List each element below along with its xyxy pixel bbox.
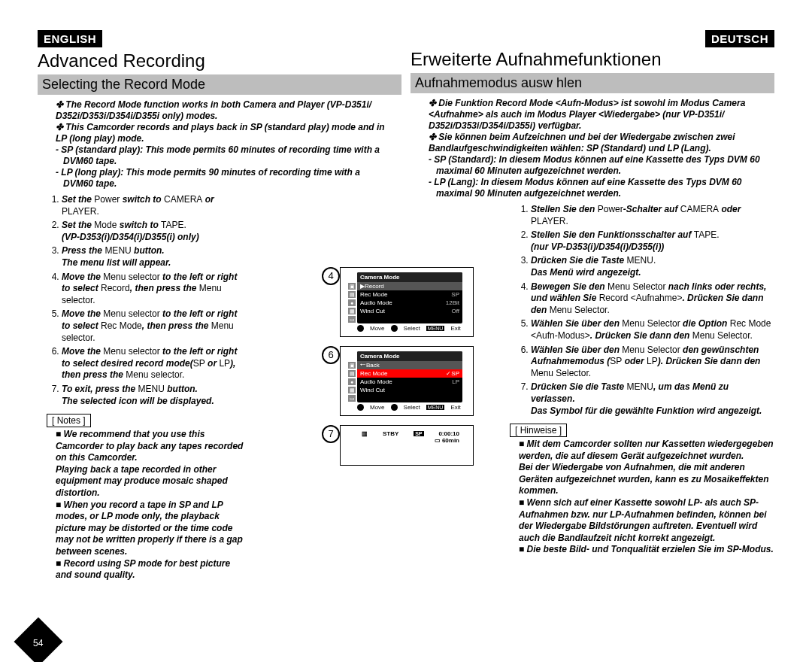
figure-7: 7 ▥ STBY SP 0:00:10 ▭ 60min — [340, 425, 472, 466]
osd-screen-4: ▣ ▤ ● ▦ ▭ Camera Mode ▶Record Rec ModeSP… — [340, 267, 474, 337]
notes-label-de: [ Hinweise ] — [510, 424, 567, 437]
subtitle-deutsch: Aufnahmemodus ausw hlen — [411, 73, 774, 93]
chip-icon: ▦ — [348, 387, 356, 393]
menu-button-icon: MENU — [426, 405, 445, 410]
figure-number-6: 6 — [322, 346, 340, 364]
lang-label-english: ENGLISH — [38, 30, 102, 47]
menu-nav-6: Move Select MENUExit — [357, 404, 462, 411]
page-number: 54 — [33, 638, 43, 648]
figure-6: 6 ▣ ▤ ● ▦ ▭ Camera Mode ⭠Back Rec Mode✓S… — [340, 346, 472, 416]
title-english: Advanced Recording — [38, 50, 401, 71]
select-icon — [391, 325, 398, 332]
tape-remain-icon: ▭ — [435, 437, 441, 444]
record-icon: ● — [348, 299, 356, 306]
notes-en: ■ We recommend that you use this Camcord… — [38, 429, 244, 582]
tape-icon: ▤ — [348, 370, 356, 377]
display-icon: ▭ — [348, 395, 356, 402]
intro-english: ✤ The Record Mode function works in both… — [38, 99, 401, 190]
menu-button-icon: MENU — [426, 326, 445, 331]
record-icon: ● — [348, 378, 356, 385]
camera-icon: ▣ — [348, 362, 356, 369]
notes-label-en: [ Notes ] — [47, 414, 91, 427]
figure-4: 4 ▣ ▤ ● ▦ ▭ Camera Mode ▶Record Rec Mode… — [340, 267, 472, 337]
battery-icon: ▥ — [362, 430, 368, 437]
menu-title: Camera Mode — [357, 351, 462, 361]
figure-number-4: 4 — [322, 267, 340, 285]
select-icon — [391, 404, 398, 411]
move-icon — [357, 325, 364, 332]
figure-number-7: 7 — [322, 425, 340, 443]
menu-nav-4: Move Select MENUExit — [357, 325, 462, 332]
chip-icon: ▦ — [348, 308, 356, 314]
intro-deutsch: ✤ Die Funktion Record Mode <Aufn-Modus> … — [411, 98, 774, 199]
tape-icon: ▤ — [348, 291, 356, 298]
menu-title: Camera Mode — [357, 272, 462, 282]
title-deutsch: Erweiterte Aufnahmefunktionen — [411, 49, 774, 70]
subtitle-english: Selecting the Record Mode — [38, 74, 401, 95]
osd-screen-6: ▣ ▤ ● ▦ ▭ Camera Mode ⭠Back Rec Mode✓SP … — [340, 346, 474, 416]
osd-screen-7: ▥ STBY SP 0:00:10 ▭ 60min — [340, 425, 474, 466]
move-icon — [357, 404, 364, 411]
center-figures: 4 ▣ ▤ ● ▦ ▭ Camera Mode ▶Record Rec Mode… — [340, 267, 472, 475]
camera-icon: ▣ — [348, 283, 356, 290]
lang-label-deutsch: DEUTSCH — [705, 30, 774, 47]
manual-page: ENGLISH Advanced Recording Selecting the… — [0, 0, 812, 662]
display-icon: ▭ — [348, 316, 356, 323]
notes-de: ■ Mit dem Camcorder sollten nur Kassette… — [510, 439, 774, 556]
